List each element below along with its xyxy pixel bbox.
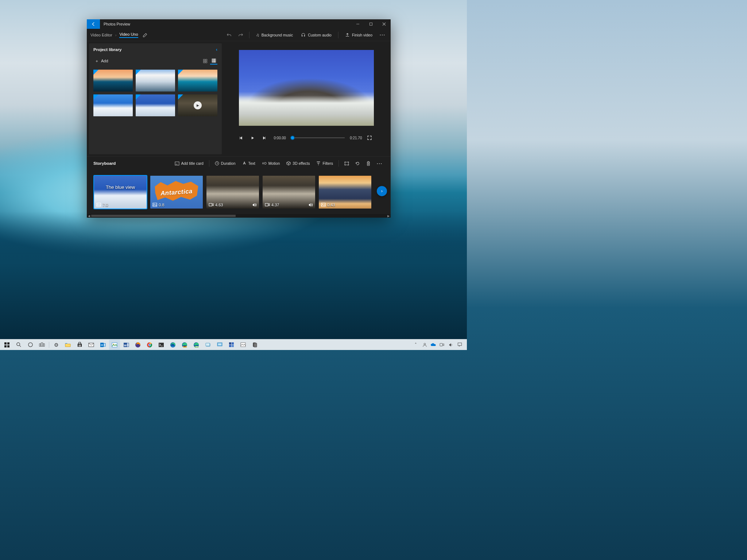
collapse-library-button[interactable]: ‹ [216, 47, 217, 52]
tray-action-center-icon[interactable] [456, 341, 463, 349]
taskbar-word-icon[interactable]: W [121, 340, 132, 350]
delete-button[interactable] [364, 159, 373, 168]
storyboard-more-button[interactable]: ⋯ [375, 159, 384, 168]
tray-onedrive-icon[interactable] [430, 341, 437, 349]
tray-chevron-up-icon[interactable]: ˄ [412, 341, 419, 349]
storyboard-scrollbar[interactable]: ◀ ▶ [87, 214, 391, 218]
custom-audio-button[interactable]: Custom audio [298, 30, 334, 40]
taskbar-app-icon[interactable] [226, 340, 237, 350]
undo-button[interactable] [224, 30, 234, 40]
taskbar-explorer-icon[interactable] [62, 340, 73, 350]
more-button[interactable]: ⋯ [378, 30, 387, 40]
taskbar-edge-canary-icon[interactable]: CAN [191, 340, 202, 350]
svg-rect-14 [214, 61, 216, 62]
library-thumb[interactable] [93, 94, 133, 116]
svg-rect-72 [232, 345, 234, 347]
window-title: Photos Preview [100, 19, 134, 29]
library-thumb[interactable] [93, 70, 133, 92]
prev-frame-button[interactable] [239, 136, 245, 140]
svg-rect-22 [153, 203, 157, 206]
breadcrumb-root[interactable]: Video Editor [90, 33, 112, 37]
svg-rect-31 [7, 345, 9, 347]
tray-meet-now-icon[interactable] [438, 341, 446, 349]
resize-button[interactable] [342, 159, 351, 168]
video-indicator: ▶ [178, 94, 217, 116]
storyboard-clip[interactable]: The blue view 7.0 [94, 176, 147, 209]
taskbar-edge-icon[interactable] [167, 340, 178, 350]
start-button[interactable] [1, 340, 12, 350]
tray-volume-icon[interactable] [447, 341, 454, 349]
svg-rect-70 [232, 342, 234, 345]
add-title-card-button[interactable]: Add title card [172, 159, 206, 168]
task-view-button[interactable] [36, 340, 47, 350]
redo-button[interactable] [236, 30, 245, 40]
svg-rect-39 [77, 344, 81, 347]
storyboard-clip[interactable]: 0.43 [319, 176, 371, 209]
scroll-right-button[interactable]: ▶ [386, 214, 391, 218]
svg-rect-40 [78, 345, 79, 345]
search-button[interactable] [13, 340, 24, 350]
video-icon [265, 203, 270, 207]
taskbar-photos-icon[interactable] [109, 340, 120, 350]
fullscreen-button[interactable] [367, 136, 374, 140]
background-music-button[interactable]: ♫ Background music [253, 30, 296, 40]
motion-button[interactable]: Motion [259, 159, 283, 168]
clip-duration: 0.43 [327, 203, 335, 207]
rotate-button[interactable] [353, 159, 362, 168]
taskbar-app-icon[interactable] [202, 340, 213, 350]
storyboard-clip[interactable]: Antarctica 0.8 [150, 176, 203, 209]
svg-text:DEV: DEV [183, 346, 186, 347]
play-button[interactable] [251, 136, 257, 140]
minimize-button[interactable] [351, 19, 364, 29]
scrollbar-thumb[interactable] [91, 215, 236, 217]
back-button[interactable] [87, 19, 100, 29]
library-thumb[interactable] [178, 70, 217, 92]
breadcrumb-current[interactable]: Video Uno [119, 32, 138, 38]
3d-effects-button[interactable]: 3D effects [284, 159, 312, 168]
svg-text:CAN: CAN [195, 346, 198, 347]
tray-people-icon[interactable] [421, 341, 428, 349]
close-button[interactable] [378, 19, 391, 29]
svg-rect-10 [213, 60, 214, 61]
taskbar-store-icon[interactable] [74, 340, 85, 350]
storyboard-clip[interactable]: 4.37 [263, 176, 315, 209]
finish-video-button[interactable]: Finish video [342, 30, 375, 40]
seek-thumb[interactable] [290, 136, 295, 140]
taskbar-edge-dev-icon[interactable]: DEV [179, 340, 190, 350]
taskbar-chrome-icon[interactable] [144, 340, 155, 350]
taskbar-app-icon[interactable] [214, 340, 225, 350]
taskbar-app-icon[interactable] [249, 340, 260, 350]
storyboard-clip[interactable]: 4.63 [206, 176, 259, 209]
svg-rect-52 [127, 343, 129, 347]
cortana-button[interactable] [25, 340, 36, 350]
used-badge [178, 70, 183, 75]
svg-rect-71 [229, 345, 231, 347]
taskbar-terminal-icon[interactable] [156, 340, 167, 350]
library-thumb[interactable]: ▶ [178, 94, 217, 116]
library-thumb[interactable] [136, 70, 175, 92]
maximize-button[interactable] [364, 19, 378, 29]
filters-button[interactable]: Filters [314, 159, 336, 168]
video-icon [209, 203, 214, 207]
seek-slider[interactable] [291, 135, 345, 140]
text-button[interactable]: Text [240, 159, 258, 168]
storyboard-next-button[interactable]: › [377, 186, 387, 196]
transport-controls: 0:00.00 0:21.70 [239, 135, 374, 140]
view-large-grid-button[interactable] [201, 57, 209, 65]
taskbar-outlook-icon[interactable]: O [97, 340, 108, 350]
rename-button[interactable] [140, 30, 150, 40]
svg-rect-5 [205, 61, 207, 63]
taskbar-mail-icon[interactable] [86, 340, 97, 350]
scroll-left-button[interactable]: ◀ [87, 214, 91, 218]
view-small-grid-button[interactable] [210, 57, 217, 65]
duration-button[interactable]: Duration [212, 159, 238, 168]
taskbar-app-icon[interactable] [237, 340, 248, 350]
svg-rect-24 [209, 203, 212, 206]
taskbar-firefox-icon[interactable] [132, 340, 143, 350]
library-thumb[interactable] [136, 94, 175, 116]
svg-rect-35 [39, 344, 41, 346]
add-media-button[interactable]: ＋ Add [93, 58, 110, 65]
taskbar-settings-icon[interactable]: ⚙ [51, 340, 62, 350]
preview-canvas[interactable] [239, 50, 374, 126]
next-frame-button[interactable] [262, 136, 269, 140]
